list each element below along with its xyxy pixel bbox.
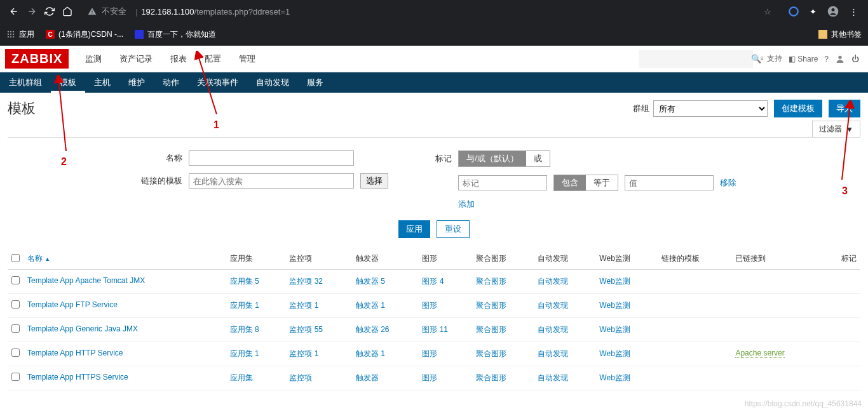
nav-reports[interactable]: 报表 [163, 47, 194, 71]
graphs-link[interactable]: 图形 11 [422, 325, 448, 334]
th-graphs[interactable]: 图形 [418, 248, 472, 270]
select-all-checkbox[interactable] [11, 254, 20, 262]
screens-link[interactable]: 聚合图形 [476, 277, 506, 286]
screens-link[interactable]: 聚合图形 [476, 373, 506, 382]
subnav-hosts[interactable]: 主机 [85, 72, 119, 93]
screens-link[interactable]: 聚合图形 [476, 301, 506, 310]
chrome-circle-icon[interactable] [788, 6, 799, 17]
star-icon[interactable]: ☆ [764, 7, 771, 17]
screens-link[interactable]: 聚合图形 [476, 349, 506, 358]
linkedto-link[interactable]: Apache server [735, 349, 784, 358]
tag-name-input[interactable] [458, 175, 547, 190]
csdn-bookmark[interactable]: C(1条消息)CSDN -... [46, 29, 123, 40]
group-select[interactable]: 所有 [653, 100, 768, 117]
apps-link[interactable]: 应用集 5 [230, 277, 259, 286]
graphs-link[interactable]: 图形 [422, 301, 437, 310]
filter-tab[interactable]: 过滤器▼ [812, 121, 860, 137]
user-icon[interactable] [835, 54, 845, 64]
logo[interactable]: ZABBIX [5, 49, 69, 69]
home-button[interactable] [58, 3, 76, 20]
discovery-link[interactable]: 自动发现 [538, 349, 568, 358]
triggers-link[interactable]: 触发器 1 [356, 349, 385, 358]
row-checkbox[interactable] [11, 276, 20, 284]
filter-name-input[interactable] [189, 150, 354, 166]
items-link[interactable]: 监控项 55 [289, 325, 323, 334]
th-screens[interactable]: 聚合图形 [472, 248, 534, 270]
apps-bookmark[interactable]: 应用 [6, 29, 34, 40]
tag-add-link[interactable]: 添加 [458, 199, 475, 210]
filter-select-button[interactable]: 选择 [360, 173, 388, 189]
apps-link[interactable]: 应用集 8 [230, 325, 259, 334]
template-name-link[interactable]: Template App FTP Service [27, 300, 118, 309]
url-bar[interactable]: 不安全 | 192.168.1.100/templates.php?ddrese… [81, 3, 778, 20]
graphs-link[interactable]: 图形 [422, 373, 437, 382]
search-box[interactable]: 🔍 [639, 50, 753, 68]
search-input[interactable] [644, 54, 751, 63]
row-checkbox[interactable] [11, 324, 20, 333]
profile-icon[interactable] [827, 5, 839, 18]
apps-link[interactable]: 应用集 [230, 373, 253, 382]
web-link[interactable]: Web监测 [599, 349, 630, 358]
subnav-hostgroups[interactable]: 主机群组 [0, 72, 51, 93]
other-bookmarks[interactable]: 其他书签 [818, 29, 862, 40]
th-web[interactable]: Web监测 [595, 248, 658, 270]
items-link[interactable]: 监控项 1 [289, 349, 318, 358]
nav-inventory[interactable]: 资产记录 [112, 47, 160, 71]
th-apps[interactable]: 应用集 [226, 248, 286, 270]
web-link[interactable]: Web监测 [599, 277, 630, 286]
create-template-button[interactable]: 创建模板 [774, 100, 822, 117]
filter-apply-button[interactable]: 应用 [398, 220, 430, 238]
nav-config[interactable]: 配置 [197, 47, 229, 71]
subnav-actions[interactable]: 动作 [154, 72, 188, 93]
web-link[interactable]: Web监测 [599, 301, 630, 310]
filter-linked-input[interactable] [189, 173, 354, 189]
share-link[interactable]: ◧ Share [789, 55, 818, 63]
power-icon[interactable]: ⏻ [851, 55, 859, 63]
discovery-link[interactable]: 自动发现 [538, 373, 568, 382]
subnav-templates[interactable]: 模板 [51, 72, 85, 93]
subnav-maintenance[interactable]: 维护 [119, 72, 154, 93]
extensions-icon[interactable]: ✦ [810, 7, 817, 17]
discovery-link[interactable]: 自动发现 [538, 301, 568, 310]
tag-andor-toggle[interactable]: 与/或（默认）或 [458, 150, 550, 167]
reload-button[interactable] [41, 3, 58, 20]
filter-reset-button[interactable]: 重设 [437, 220, 470, 238]
graphs-link[interactable]: 图形 4 [422, 277, 444, 286]
th-triggers[interactable]: 触发器 [352, 248, 419, 270]
template-name-link[interactable]: Template App Generic Java JMX [27, 324, 138, 333]
web-link[interactable]: Web监测 [599, 373, 630, 382]
th-items[interactable]: 监控项 [285, 248, 352, 270]
items-link[interactable]: 监控项 1 [289, 301, 318, 310]
tag-value-input[interactable] [625, 175, 714, 190]
menu-icon[interactable]: ⋮ [850, 7, 858, 17]
tag-remove-link[interactable]: 移除 [720, 177, 736, 189]
row-checkbox[interactable] [11, 349, 20, 357]
row-checkbox[interactable] [11, 373, 20, 381]
baidu-bookmark[interactable]: 百度一下，你就知道 [135, 29, 216, 40]
template-name-link[interactable]: Template App HTTP Service [27, 349, 123, 357]
subnav-correlation[interactable]: 关联项事件 [188, 72, 247, 93]
th-discovery[interactable]: 自动发现 [534, 248, 595, 270]
tag-op-toggle[interactable]: 包含等于 [553, 175, 618, 191]
nav-monitoring[interactable]: 监测 [78, 47, 109, 71]
row-checkbox[interactable] [11, 300, 20, 309]
discovery-link[interactable]: 自动发现 [538, 277, 568, 286]
support-link[interactable]: ♀ 支持 [759, 53, 782, 64]
forward-button[interactable] [23, 3, 41, 20]
apps-link[interactable]: 应用集 1 [230, 349, 259, 358]
triggers-link[interactable]: 触发器 [356, 373, 379, 382]
graphs-link[interactable]: 图形 [422, 349, 437, 358]
subnav-services[interactable]: 服务 [298, 72, 332, 93]
triggers-link[interactable]: 触发器 5 [356, 277, 385, 286]
help-icon[interactable]: ? [824, 55, 829, 63]
apps-link[interactable]: 应用集 1 [230, 301, 259, 310]
import-button[interactable]: 导入 [829, 100, 860, 117]
template-name-link[interactable]: Template App HTTPS Service [27, 373, 128, 382]
discovery-link[interactable]: 自动发现 [538, 325, 568, 334]
nav-admin[interactable]: 管理 [231, 47, 263, 71]
back-button[interactable] [5, 3, 23, 20]
items-link[interactable]: 监控项 32 [289, 277, 323, 286]
web-link[interactable]: Web监测 [599, 325, 630, 334]
items-link[interactable]: 监控项 [289, 373, 312, 382]
subnav-discovery[interactable]: 自动发现 [247, 72, 298, 93]
